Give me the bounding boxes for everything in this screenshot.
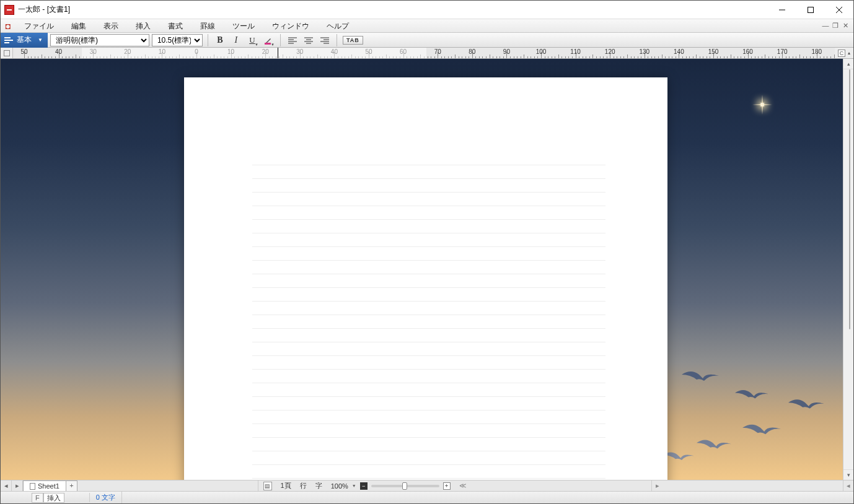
- text-baseline: [252, 315, 605, 329]
- text-baseline: [252, 233, 605, 247]
- zoom-slider[interactable]: [371, 485, 439, 487]
- mdi-controls: — ❐ ✕: [821, 22, 853, 30]
- chevron-down-icon: ▼: [255, 43, 258, 46]
- svg-rect-1: [808, 7, 814, 12]
- app-menu-icon[interactable]: ◘: [3, 21, 13, 31]
- layout-icon[interactable]: ▤: [263, 482, 272, 490]
- zoom-slider-knob[interactable]: [402, 482, 407, 490]
- text-baseline: [252, 302, 605, 315]
- ruler-page-area: [82, 48, 426, 58]
- hscroll-right-icon[interactable]: ▸: [651, 480, 663, 492]
- panel-toggle-icon[interactable]: ◂: [843, 480, 853, 492]
- sheet-tab-label: Sheet1: [38, 481, 59, 492]
- mdi-minimize-icon[interactable]: —: [821, 22, 830, 30]
- chevron-down-icon: ▼: [38, 37, 43, 43]
- align-center-button[interactable]: [302, 34, 315, 46]
- document-viewport[interactable]: [1, 59, 843, 480]
- font-select[interactable]: 游明朝(標準): [50, 34, 149, 46]
- chevron-up-icon[interactable]: ▴: [848, 50, 850, 56]
- titlebar: 一太郎 - [文書1]: [1, 1, 853, 19]
- text-baseline: [252, 397, 605, 411]
- sheet-tab[interactable]: Sheet1: [23, 480, 66, 491]
- minimize-button[interactable]: [768, 1, 796, 19]
- text-baseline: [252, 193, 605, 206]
- bird-decoration: [735, 387, 768, 403]
- menu-insert[interactable]: 挿入: [127, 19, 159, 33]
- font-color-button[interactable]: ▼: [262, 34, 275, 46]
- text-baseline: [252, 288, 605, 302]
- menu-tools[interactable]: ツール: [224, 19, 263, 33]
- text-baseline: [252, 247, 605, 261]
- text-baseline: [252, 424, 605, 438]
- ruler-unit-badge[interactable]: C: [838, 50, 846, 57]
- scrollbar-thumb[interactable]: [849, 69, 850, 329]
- bird-decoration: [742, 421, 781, 440]
- app-icon: [4, 5, 14, 15]
- ruler-corner[interactable]: [1, 48, 13, 58]
- vertical-scrollbar[interactable]: ▴ ▾: [843, 59, 853, 480]
- menu-help[interactable]: ヘルプ: [318, 19, 358, 33]
- char-indicator[interactable]: 字: [315, 481, 322, 490]
- insert-mode-badge[interactable]: 挿入: [43, 493, 64, 503]
- text-baseline: [252, 370, 605, 383]
- horizontal-ruler[interactable]: 5040302010010203040506070809010011012013…: [13, 48, 835, 58]
- align-right-button[interactable]: [318, 34, 332, 46]
- zoom-value[interactable]: 100%: [331, 482, 348, 490]
- underline-button[interactable]: U▼: [245, 34, 259, 46]
- bird-decoration: [663, 449, 694, 465]
- close-button[interactable]: [825, 1, 853, 19]
- mode-selector[interactable]: 基本 ▼: [1, 33, 48, 48]
- text-baseline: [252, 152, 605, 165]
- menu-window[interactable]: ウィンドウ: [263, 19, 318, 33]
- workspace: ▴ ▾: [1, 59, 853, 480]
- divider: [337, 34, 337, 46]
- text-baseline: [252, 451, 605, 465]
- mdi-restore-icon[interactable]: ❐: [831, 22, 840, 30]
- maximize-button[interactable]: [796, 1, 825, 19]
- star-decoration: [761, 103, 764, 106]
- tab-nav-next[interactable]: ▸: [12, 480, 23, 492]
- chevron-down-icon[interactable]: ▼: [352, 484, 356, 488]
- italic-button[interactable]: I: [229, 34, 243, 46]
- tab-label: TAB: [343, 36, 363, 45]
- collapse-left-icon[interactable]: ≪: [459, 482, 467, 490]
- status-f-badge[interactable]: F: [32, 493, 43, 503]
- text-baseline: [252, 261, 605, 274]
- zoom-in-button[interactable]: ＋: [443, 482, 451, 490]
- scroll-up-icon[interactable]: ▴: [843, 59, 853, 69]
- sheet-tabs-row: ◂ ▸ Sheet1 + ▤ 1頁 行 字 100% ▼ − ＋ ≪ ▸ ◂: [1, 480, 853, 491]
- bird-decoration: [697, 437, 731, 454]
- menu-rule[interactable]: 罫線: [191, 19, 224, 33]
- bold-button[interactable]: B: [213, 34, 227, 46]
- text-baseline: [252, 356, 605, 370]
- chevron-down-icon: ▼: [271, 43, 275, 46]
- align-left-button[interactable]: [286, 34, 299, 46]
- status-mid: ▤ 1頁 行 字 100% ▼ − ＋ ≪: [258, 480, 472, 491]
- text-baseline: [252, 274, 605, 288]
- text-baseline: [252, 206, 605, 220]
- row-indicator[interactable]: 行: [300, 481, 307, 490]
- text-baseline: [252, 411, 605, 424]
- menu-view[interactable]: 表示: [95, 19, 127, 33]
- zoom-out-button[interactable]: −: [360, 482, 368, 490]
- scroll-down-icon[interactable]: ▾: [843, 469, 853, 480]
- add-sheet-button[interactable]: +: [66, 480, 77, 491]
- page-indicator[interactable]: 1頁: [281, 481, 291, 490]
- toolbar: 基本 ▼ 游明朝(標準) 10.5(標準) B I U▼ ▼ TAB: [1, 33, 853, 48]
- text-baseline: [252, 329, 605, 342]
- status-bar: F 挿入 0 文字: [1, 491, 853, 503]
- menu-bar: ◘ ファイル 編集 表示 挿入 書式 罫線 ツール ウィンドウ ヘルプ — ❐ …: [1, 19, 853, 33]
- text-baseline: [252, 179, 605, 193]
- ruler-end: C ▴: [835, 48, 853, 58]
- divider: [208, 34, 208, 46]
- menu-file[interactable]: ファイル: [15, 19, 63, 33]
- zoom-controls: 100% ▼ − ＋: [331, 482, 451, 490]
- menu-format[interactable]: 書式: [159, 19, 191, 33]
- tab-nav-prev[interactable]: ◂: [1, 480, 12, 492]
- tab-button[interactable]: TAB: [342, 34, 364, 46]
- ruler-cursor: [278, 48, 278, 58]
- font-size-select[interactable]: 10.5(標準): [152, 34, 203, 46]
- menu-edit[interactable]: 編集: [63, 19, 95, 33]
- mdi-close-icon[interactable]: ✕: [841, 22, 850, 30]
- document-page[interactable]: [184, 77, 667, 480]
